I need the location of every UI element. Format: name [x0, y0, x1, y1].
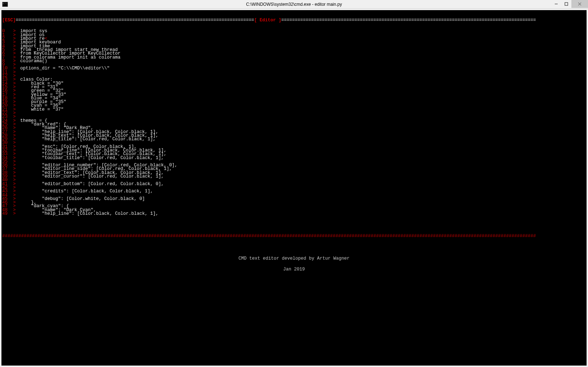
line-text: themes = { [20, 119, 586, 123]
credits-line-2: Jan 2019 [2, 268, 586, 271]
line-number: 49 [2, 212, 10, 215]
code-line[interactable]: 2>import re< [2, 37, 586, 40]
code-line[interactable]: 10>options_dir = "C:\\CMD\\editor\\" [2, 67, 586, 70]
code-line[interactable]: 21> white = "37" [2, 108, 586, 111]
code-line[interactable]: 18> blue = "34" [2, 97, 586, 100]
line-text: green = "32" [20, 89, 586, 93]
code-line[interactable]: 23> [2, 115, 586, 119]
line-text: from colorama import init as colorama [20, 56, 586, 59]
code-line[interactable]: 7>from colorama import init as colorama [2, 56, 586, 59]
code-line[interactable]: 46> }, [2, 201, 586, 204]
line-text [20, 71, 586, 74]
line-text: class Color: [20, 78, 586, 81]
code-line[interactable]: 17> yellow = "33" [2, 93, 586, 97]
code-line[interactable]: 19> purple = "35" [2, 100, 586, 104]
line-text: yellow = "33" [20, 93, 586, 97]
code-line[interactable]: 20> cyan = "36" [2, 104, 586, 107]
code-line[interactable]: 14> black = "30" [2, 82, 586, 85]
line-text: blue = "34" [20, 97, 586, 100]
maximize-button[interactable] [561, 0, 571, 8]
line-text: import keyboard [20, 40, 586, 44]
window-controls [551, 0, 588, 8]
code-line[interactable]: 49> "help_line": [Color.black, Color.bla… [2, 212, 586, 215]
line-text: "toolbar_title": [Color.red, Color.black… [20, 156, 586, 160]
line-text [20, 74, 586, 78]
line-text: "editor_cursor": [Color.red, Color.black… [20, 175, 586, 178]
line-gutter: > [10, 212, 20, 215]
code-line[interactable]: 15> red = "31" [2, 85, 586, 89]
code-line[interactable]: 11> [2, 71, 586, 74]
code-line[interactable]: 43> "credits": [Color.black, Color.black… [2, 189, 586, 193]
line-text: "dark_cyan": { [20, 204, 586, 208]
credits-line-1: CMD text editor developed by Artur Wagne… [2, 257, 586, 260]
empty-gap [2, 246, 586, 249]
editor-bottom-divider: ########################################… [2, 234, 586, 238]
window-title: C:\WINDOWS\system32\cmd.exe - editor mai… [246, 2, 342, 7]
line-text: "help_title": [Color.red, Color.black, 1… [20, 137, 586, 141]
toolbar-fill-left: ========================================… [16, 18, 254, 23]
esc-label: [ESC] [2, 18, 16, 23]
titlebar[interactable]: C:\WINDOWS\system32\cmd.exe - editor mai… [0, 0, 588, 9]
code-line[interactable]: 16> green = "32" [2, 89, 586, 93]
maximize-icon [565, 2, 568, 6]
code-line[interactable]: 0>import sys [2, 29, 586, 33]
line-text: black = "30" [20, 82, 586, 85]
line-text: "help_line": [Color.black, Color.black, … [20, 212, 586, 215]
minimize-icon [554, 2, 558, 6]
editor-toolbar: [ESC]===================================… [2, 18, 586, 22]
close-button[interactable] [571, 0, 588, 8]
line-text: colorama() [20, 59, 586, 63]
line-text: import re< [20, 37, 586, 40]
code-line[interactable]: 29> "help_title": [Color.red, Color.blac… [2, 137, 586, 141]
line-text: "editor_bottom": [Color.red, Color.black… [20, 182, 586, 186]
code-line[interactable]: 12> [2, 74, 586, 78]
code-line[interactable]: 22> [2, 111, 586, 115]
line-text: purple = "35" [20, 100, 586, 104]
code-line[interactable]: 13>class Color: [2, 78, 586, 81]
line-text: red = "31" [20, 85, 586, 89]
minimize-button[interactable] [551, 0, 561, 8]
terminal[interactable]: [ESC]===================================… [1, 10, 587, 366]
code-line[interactable]: 41> "editor_bottom": [Color.red, Color.b… [2, 182, 586, 186]
line-text: }, [20, 201, 586, 204]
svg-rect-1 [565, 3, 568, 5]
line-text [20, 115, 586, 119]
code-line[interactable]: 1>import os [2, 33, 586, 37]
code-area[interactable]: 0>import sys1>import os2>import re<3>imp… [2, 29, 586, 215]
line-text: options_dir = "C:\\CMD\\editor\\" [20, 67, 586, 70]
line-text: "debug": [Color.white, Color.black, 0] [20, 197, 586, 201]
code-line[interactable]: 3>import keyboard [2, 40, 586, 44]
app-icon [2, 2, 8, 7]
empty-gap [2, 223, 586, 227]
line-text: import sys [20, 29, 586, 33]
line-text: white = "37" [20, 108, 586, 111]
code-line[interactable]: 39> "editor_cursor": [Color.red, Color.b… [2, 175, 586, 178]
toolbar-title: [ Editor ] [254, 18, 281, 23]
code-line[interactable]: 45> "debug": [Color.white, Color.black, … [2, 197, 586, 201]
code-line[interactable]: 34> "toolbar_title": [Color.red, Color.b… [2, 156, 586, 160]
code-line[interactable]: 24>themes = { [2, 119, 586, 123]
line-text: "dark_red": { [20, 123, 586, 126]
line-text: cyan = "36" [20, 104, 586, 107]
window-frame: C:\WINDOWS\system32\cmd.exe - editor mai… [0, 0, 588, 367]
line-text [20, 111, 586, 115]
close-icon [578, 2, 581, 6]
toolbar-fill-right: ========================================… [281, 18, 536, 23]
line-text: "credits": [Color.black, Color.black, 1]… [20, 189, 586, 193]
line-text: import os [20, 33, 586, 37]
code-line[interactable]: 8>colorama() [2, 59, 586, 63]
